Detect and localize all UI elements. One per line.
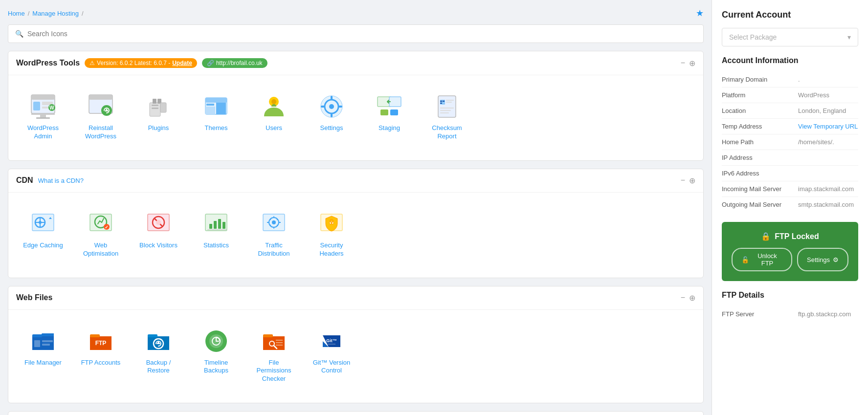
breadcrumb-home[interactable]: Home xyxy=(8,10,25,17)
svg-rect-45 xyxy=(440,108,454,109)
wordpress-admin-item[interactable]: W WordPress Admin xyxy=(16,87,70,147)
users-item[interactable]: Users xyxy=(247,87,301,147)
svg-rect-46 xyxy=(440,110,451,111)
svg-text:FTP: FTP xyxy=(95,340,107,347)
cdn-settings-icon[interactable]: ⊕ xyxy=(689,176,695,185)
temp-address-label: Temp Address xyxy=(722,123,790,130)
breadcrumb-manage-hosting[interactable]: Manage Hosting xyxy=(32,10,79,17)
svg-rect-44 xyxy=(446,102,452,103)
incoming-mail-value: imap.stackmail.com xyxy=(798,185,854,193)
web-files-title: Web Files xyxy=(16,293,52,302)
incoming-mail-label: Incoming Mail Server xyxy=(722,185,790,193)
wordpress-tools-content: W WordPress Admin xyxy=(8,75,703,160)
security-headers-item[interactable]: Security Headers xyxy=(305,204,358,264)
svg-point-71 xyxy=(272,220,276,224)
reinstall-wp-item[interactable]: Reinstall WordPress xyxy=(74,87,128,147)
cdn-actions: − ⊕ xyxy=(681,176,695,185)
email-header: Email − ⊕ xyxy=(8,412,703,415)
svg-point-26 xyxy=(271,99,276,104)
staging-item[interactable]: Staging xyxy=(362,87,416,147)
ftp-server-row: FTP Server ftp.gb.stackcp.com xyxy=(722,306,858,322)
ftp-accounts-item[interactable]: FTP FTP Accounts xyxy=(74,322,128,390)
users-icon xyxy=(260,93,288,120)
block-visitors-item[interactable]: Block Visitors xyxy=(132,204,185,264)
update-link[interactable]: Update xyxy=(172,60,192,66)
svg-rect-23 xyxy=(216,103,226,114)
settings-icon[interactable]: ⊕ xyxy=(689,59,695,68)
ipv6-address-label: IPv6 Address xyxy=(722,170,790,177)
svg-text:✓: ✓ xyxy=(105,225,109,230)
collapse-icon[interactable]: − xyxy=(681,59,685,67)
svg-rect-80 xyxy=(90,334,100,337)
statistics-label: Statistics xyxy=(203,241,229,250)
svg-rect-3 xyxy=(40,115,46,117)
themes-item[interactable]: Themes xyxy=(189,87,243,147)
svg-rect-24 xyxy=(206,104,214,106)
web-files-grid: File Manager FTP FTP Accounts xyxy=(8,312,703,399)
platform-label: Platform xyxy=(722,91,790,99)
platform-value: WordPress xyxy=(798,91,829,99)
svg-rect-11 xyxy=(89,95,112,100)
timeline-backups-item[interactable]: Timeline Backups xyxy=(189,322,243,390)
what-is-cdn-link[interactable]: What is a CDN? xyxy=(38,177,84,184)
favorite-star-icon[interactable]: ★ xyxy=(696,8,704,19)
block-visitors-icon xyxy=(145,210,172,238)
reinstall-wp-label: Reinstall WordPress xyxy=(78,124,124,141)
web-files-collapse-icon[interactable]: − xyxy=(681,293,685,302)
web-files-actions: − ⊕ xyxy=(681,293,695,303)
location-value: London, England xyxy=(798,107,846,114)
url-badge[interactable]: 🔗 http://brofail.co.uk xyxy=(202,58,267,68)
svg-rect-36 xyxy=(380,109,388,115)
select-package-dropdown[interactable]: Select Package ▾ xyxy=(722,28,858,46)
cdn-header: CDN What is a CDN? − ⊕ xyxy=(8,169,703,193)
email-section: Email − ⊕ xyxy=(8,411,704,415)
unlock-ftp-button[interactable]: 🔓 Unlock FTP xyxy=(732,248,792,271)
traffic-dist-item[interactable]: Traffic Distribution xyxy=(247,204,301,264)
web-opt-item[interactable]: ✓ Web Optimisation xyxy=(74,204,128,264)
primary-domain-row: Primary Domain . xyxy=(722,72,858,87)
cdn-collapse-icon[interactable]: − xyxy=(681,176,685,185)
git-version-item[interactable]: Git™ Git™ Version Control xyxy=(305,322,358,390)
web-files-settings-icon[interactable]: ⊕ xyxy=(689,293,695,303)
svg-rect-65 xyxy=(223,222,225,229)
file-manager-item[interactable]: File Manager xyxy=(16,322,70,390)
ftp-details-section: FTP Details FTP Server ftp.gb.stackcp.co… xyxy=(722,291,858,322)
cdn-section: CDN What is a CDN? − ⊕ xyxy=(8,169,704,278)
unlock-icon: 🔓 xyxy=(741,256,749,263)
svg-text:Git™: Git™ xyxy=(326,338,337,343)
svg-rect-76 xyxy=(32,334,42,337)
checksum-item[interactable]: Checksum Report xyxy=(420,87,474,147)
ftp-server-label: FTP Server xyxy=(722,310,790,318)
svg-rect-42 xyxy=(440,103,442,104)
svg-rect-30 xyxy=(331,96,333,100)
outgoing-mail-row: Outgoing Mail Server smtp.stackmail.com xyxy=(722,197,858,212)
plugins-item[interactable]: Plugins xyxy=(132,87,185,147)
security-headers-icon xyxy=(318,210,345,238)
file-manager-label: File Manager xyxy=(24,359,62,367)
svg-rect-35 xyxy=(389,97,401,107)
users-label: Users xyxy=(266,124,282,132)
wp-settings-item[interactable]: Settings xyxy=(305,87,358,147)
breadcrumb: Home / Manage Hosting / ★ xyxy=(8,8,704,19)
svg-rect-47 xyxy=(440,112,449,113)
statistics-item[interactable]: Statistics xyxy=(189,204,243,264)
ftp-server-value: ftp.gb.stackcp.com xyxy=(798,310,851,318)
search-icon: 🔍 xyxy=(15,30,23,38)
temp-address-value[interactable]: View Temporary URL xyxy=(798,123,858,130)
svg-rect-40 xyxy=(440,101,442,102)
cdn-content: Edge Caching ✓ xyxy=(8,193,703,278)
breadcrumb-sep1: / xyxy=(28,10,30,17)
file-permissions-icon xyxy=(260,328,288,355)
svg-rect-2 xyxy=(31,113,55,115)
home-path-value: /home/sites/. xyxy=(798,138,834,146)
temp-address-row: Temp Address View Temporary URL xyxy=(722,119,858,134)
home-path-label: Home Path xyxy=(722,138,790,146)
ftp-settings-label: Settings xyxy=(807,256,830,263)
svg-rect-31 xyxy=(331,113,333,117)
backup-restore-icon xyxy=(145,328,172,355)
search-input[interactable] xyxy=(27,30,696,38)
edge-caching-item[interactable]: Edge Caching xyxy=(16,204,70,264)
ftp-settings-button[interactable]: Settings ⚙ xyxy=(797,248,848,271)
file-permissions-item[interactable]: File Permissions Checker xyxy=(247,322,301,390)
backup-restore-item[interactable]: Backup / Restore xyxy=(132,322,185,390)
